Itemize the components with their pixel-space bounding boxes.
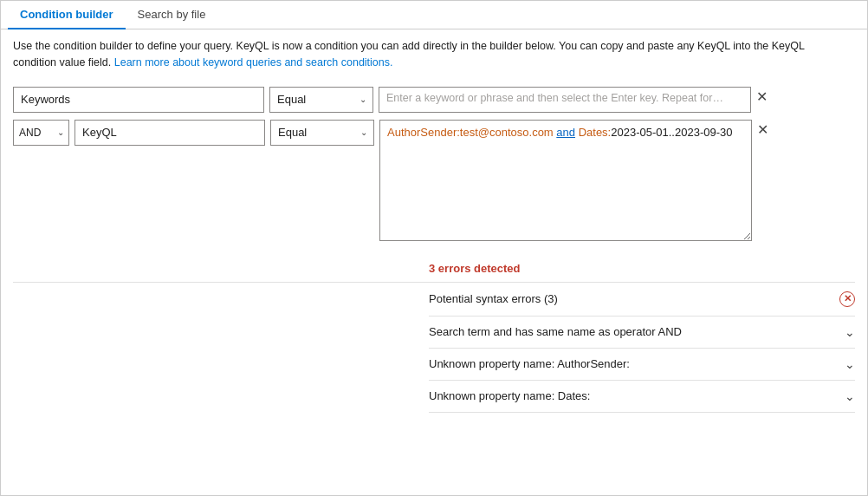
error-group: Potential syntax errors (3) ✕ Search ter…: [429, 283, 855, 413]
keyql-and-keyword: and: [556, 126, 575, 139]
keyql-value-container: AuthorSender:test@contoso.com and Dates:…: [379, 120, 774, 241]
condition-row-1: Equal Not equal Contains ⌄ Enter a keywo…: [13, 87, 855, 113]
condition-builder-area: Equal Not equal Contains ⌄ Enter a keywo…: [1, 78, 867, 257]
keywords-clear-button[interactable]: ✕: [751, 87, 773, 108]
condition-row-2: AND OR ⌄ Equal Not equal ⌄ AuthorSender:…: [13, 120, 855, 241]
error-item-3-label: Unknown property name: Dates:: [429, 389, 590, 402]
description-text: Use the condition builder to define your…: [1, 29, 850, 78]
error-item-3[interactable]: Unknown property name: Dates: ⌄: [429, 381, 855, 412]
keyql-email: test@contoso.com: [460, 126, 554, 139]
error-item-1-label: Search term and has same name as operato…: [429, 325, 682, 338]
tab-condition-builder[interactable]: Condition builder: [8, 1, 126, 29]
error-item-1[interactable]: Search term and has same name as operato…: [429, 317, 855, 348]
error-item-2[interactable]: Unknown property name: AuthorSender: ⌄: [429, 349, 855, 380]
conjunction-wrapper: AND OR ⌄: [13, 120, 69, 146]
error-item-1-chevron-icon: ⌄: [845, 325, 855, 339]
keyql-dates: Dates:: [579, 126, 612, 139]
error-circle-x-icon: ✕: [839, 291, 855, 307]
tab-search-by-file[interactable]: Search by file: [126, 1, 218, 29]
keywords-value-area: Enter a keyword or phrase and then selec…: [379, 87, 773, 113]
keywords-value-placeholder[interactable]: Enter a keyword or phrase and then selec…: [379, 87, 751, 113]
error-item-2-chevron-icon: ⌄: [845, 357, 855, 371]
keyql-clear-button[interactable]: ✕: [752, 120, 774, 140]
error-group-title: Potential syntax errors (3): [429, 292, 558, 305]
keyql-author-sender: AuthorSender:: [387, 126, 460, 139]
errors-count-label: 3 errors detected: [429, 262, 855, 275]
learn-more-link[interactable]: Learn more about keyword queries and sea…: [114, 56, 393, 69]
tab-bar: Condition builder Search by file: [1, 1, 867, 29]
keyql-value-display[interactable]: AuthorSender:test@contoso.com and Dates:…: [379, 120, 752, 241]
keyql-operator-wrapper: Equal Not equal ⌄: [270, 120, 374, 146]
keywords-operator-select[interactable]: Equal Not equal Contains: [269, 87, 373, 113]
conjunction-select[interactable]: AND OR: [13, 120, 69, 146]
error-item-2-label: Unknown property name: AuthorSender:: [429, 357, 630, 370]
keywords-field-input[interactable]: [13, 87, 264, 113]
divider-4: [429, 412, 855, 413]
keyql-operator-select[interactable]: Equal Not equal: [270, 120, 374, 146]
keyql-date-range: 2023-05-01..2023-09-30: [611, 126, 732, 139]
error-group-header: Potential syntax errors (3) ✕: [429, 283, 855, 316]
keyql-field-input[interactable]: [74, 120, 265, 146]
error-item-3-chevron-icon: ⌄: [845, 389, 855, 403]
keywords-operator-wrapper: Equal Not equal Contains ⌄: [269, 87, 373, 113]
errors-section: 3 errors detected Potential syntax error…: [13, 262, 855, 413]
